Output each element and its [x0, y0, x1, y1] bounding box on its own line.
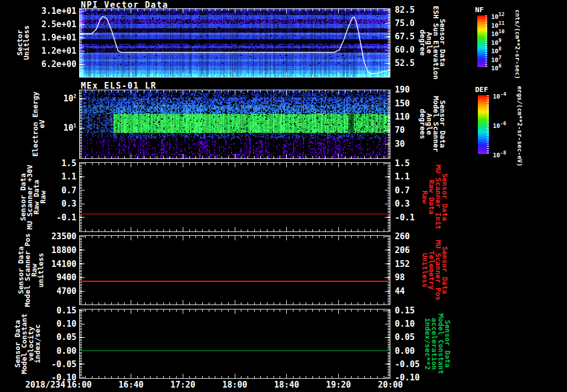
right-y-tick-label: 0.7	[395, 185, 434, 195]
right-y-tick-label: 0.05	[395, 332, 434, 342]
right-y-tick-label: 30	[395, 139, 434, 149]
colorbar-tick-label: 1011	[491, 20, 504, 29]
y-tick-label: 0.10	[0, 319, 76, 329]
colorbar-tick-label: 10-8	[493, 150, 506, 159]
colorbar-tick-label: 109	[491, 38, 502, 47]
right-y-tick-label: 0.00	[395, 346, 434, 356]
y-tick-label: 1.9e+01	[0, 33, 76, 43]
panel-2-axes	[79, 90, 390, 159]
right-y-tick-label: 1.1	[395, 172, 434, 182]
science-plot-screen: NPI Vector Data MEx ELS-01 LR Sector Uni…	[0, 0, 567, 392]
right-y-tick-label: 152	[395, 259, 434, 269]
right-y-tick-label: 75.0	[395, 18, 434, 28]
colorbar-tick-label: 1012	[491, 12, 504, 20]
right-y-tick-label: 60.0	[395, 45, 434, 55]
panel-5-axes	[79, 309, 390, 379]
right-y-tick-label: 98	[395, 272, 434, 282]
y-tick-label: 9400	[0, 272, 76, 282]
right-y-tick-label: 44	[395, 286, 434, 296]
y-tick-label: 6.2e+00	[0, 59, 76, 69]
right-y-tick-label: 190	[395, 85, 434, 95]
panel-3-axes	[79, 162, 390, 232]
time-tick-label: 17:20	[166, 380, 199, 390]
y-tick-label: 1.1	[0, 172, 76, 182]
colorbar-nf-units: cnts/(cm**2-sr-sec)	[514, 9, 521, 79]
colorbar-nf-label: NF	[475, 6, 484, 14]
right-y-tick-label: 150	[395, 99, 434, 109]
right-y-tick-label: -0.1	[395, 213, 434, 223]
right-y-tick-label: 206	[395, 245, 434, 255]
y-tick-label: 0.00	[0, 346, 76, 356]
right-y-tick-label: 1.5	[395, 158, 434, 168]
time-tick-label: 18:40	[270, 380, 303, 390]
right-y-tick-label: 82.5	[395, 5, 434, 15]
y-tick-label: 0.15	[0, 306, 76, 316]
p1-right-axis-title: Sensor Data ESH Sun Elevation Angle degr…	[419, 6, 446, 79]
time-tick-label: 20:00	[374, 380, 407, 390]
y-tick-label: 1.5	[0, 158, 76, 168]
y-tick-label: 101	[0, 123, 76, 133]
axis-title-line: index/sec	[34, 324, 41, 363]
time-tick-label: 19:20	[322, 380, 355, 390]
panel-1-axes	[79, 8, 390, 78]
colorbar-def-label: DEF	[475, 85, 488, 94]
colorbar-def	[478, 95, 489, 154]
y-tick-label: 3.1e+01	[0, 6, 76, 16]
colorbar-tick-label: 10-6	[493, 121, 506, 130]
right-y-tick-label: 0.15	[395, 306, 434, 316]
y-tick-label: 1.2e+01	[0, 46, 76, 56]
y-tick-label: -0.1	[0, 213, 76, 223]
colorbar-def-units: ergs/(cm**2-sr-sec-eV)	[516, 86, 523, 167]
time-tick-label: 16:40	[115, 380, 148, 390]
colorbar-tick-label: 107	[491, 55, 502, 64]
right-y-tick-label: 67.5	[395, 32, 434, 42]
y-tick-label: 0.7	[0, 185, 76, 195]
y-tick-label: 102	[0, 94, 76, 104]
time-tick-label: 16:00	[63, 380, 96, 390]
colorbar-tick-label: 106	[491, 63, 502, 72]
y-tick-label: 18800	[0, 245, 76, 255]
right-y-tick-label: 0.10	[395, 319, 434, 329]
colorbar-tick-label: 10-4	[493, 91, 506, 100]
right-y-tick-label: 110	[395, 112, 434, 122]
right-y-tick-label: 70	[395, 125, 434, 135]
panel-4-axes	[79, 235, 390, 305]
y-tick-label: 14100	[0, 259, 76, 269]
y-tick-label: -0.05	[0, 359, 76, 369]
right-y-tick-label: 0.3	[395, 199, 434, 209]
y-tick-label: 23500	[0, 231, 76, 241]
y-tick-label: 0.3	[0, 199, 76, 209]
colorbar-tick-label: 1010	[491, 29, 504, 38]
right-y-tick-label: 260	[395, 231, 434, 241]
right-y-tick-label: 52.5	[395, 58, 434, 68]
right-y-tick-label: -0.05	[395, 359, 434, 369]
time-tick-label: 18:00	[218, 380, 251, 390]
y-tick-label: 0.05	[0, 332, 76, 342]
colorbar-tick-label: 108	[491, 46, 502, 55]
colorbar-nf	[477, 16, 487, 67]
y-tick-label: 4700	[0, 286, 76, 296]
y-tick-label: 2.5e+01	[0, 19, 76, 29]
